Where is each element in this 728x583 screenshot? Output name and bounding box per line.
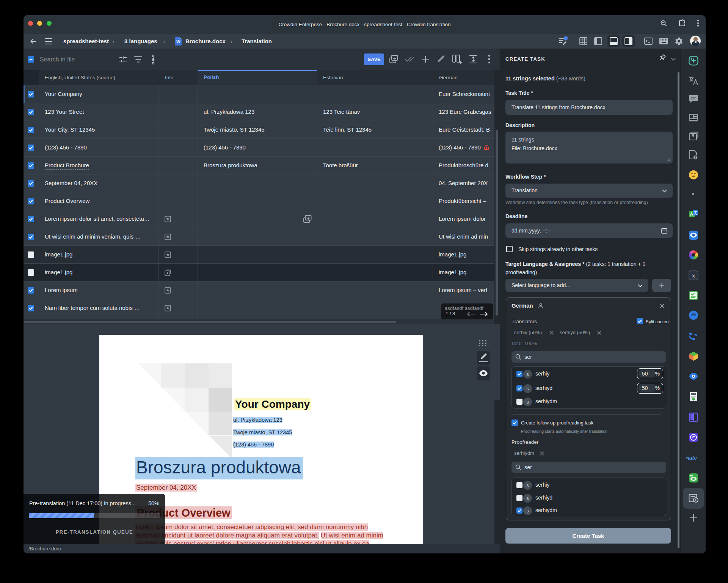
svg-text:W: W: [176, 39, 180, 44]
svg-text:§: §: [692, 273, 695, 279]
